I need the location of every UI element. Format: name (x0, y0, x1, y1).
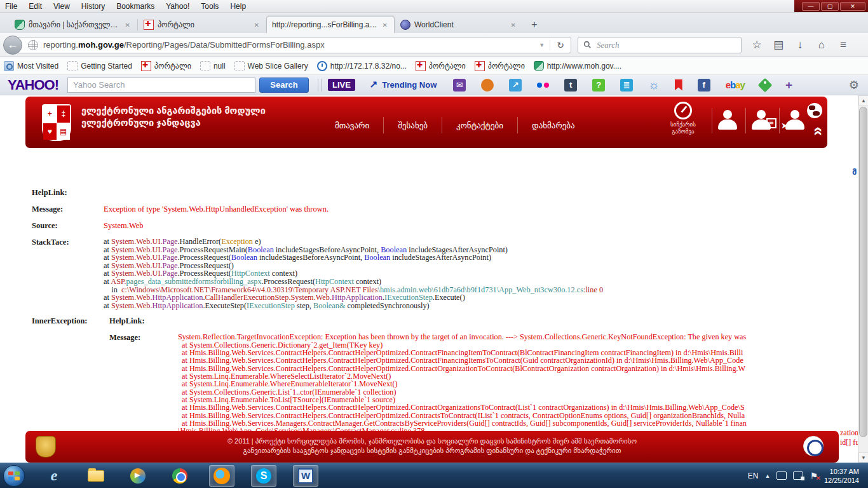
weather-icon[interactable]: ☼ (648, 78, 659, 92)
clipped-link-fragment[interactable]: მ (852, 167, 857, 177)
menu-help[interactable]: Help (230, 2, 246, 11)
flickr-icon[interactable] (537, 83, 549, 88)
bookmark-label: http://www.moh.gov.... (547, 62, 621, 71)
bookmark-label: პორტალი (488, 62, 525, 71)
menu-view[interactable]: View (53, 2, 70, 11)
back-button[interactable]: ← (3, 36, 22, 55)
register-icon[interactable] (746, 108, 779, 133)
site-nav-item-4[interactable]: დახმარება (518, 121, 589, 130)
home-icon[interactable]: ⌂ (811, 39, 832, 51)
bookmark-item[interactable]: პორტალი (141, 61, 191, 71)
page-scrollbar[interactable]: ▲ ▼ (858, 95, 868, 463)
yahoo-search-input[interactable]: Yahoo Search (67, 78, 255, 93)
facebook-icon[interactable]: f (698, 79, 710, 92)
tab-3[interactable]: http://reporting...sForBilling.aspx✕ (266, 16, 395, 33)
action-center-flag-icon[interactable]: ⚑✕ (810, 471, 818, 481)
add-icon[interactable]: + (785, 78, 792, 92)
tab-strip: მთავარი | საქართველოს ...✕პორტალი✕http:/… (0, 13, 868, 33)
tumblr-icon[interactable]: t (564, 79, 577, 92)
menu-tools[interactable]: Tools (201, 2, 219, 11)
flag-georgia-icon (144, 20, 154, 30)
tab-4[interactable]: WorldClient✕ (395, 16, 523, 33)
yahoo-logo[interactable]: YAHOO! (8, 77, 58, 93)
profile-icon[interactable] (712, 108, 745, 133)
bookmark-item[interactable]: Getting Started (67, 61, 132, 71)
trending-now-button[interactable]: ↗ Trending Now (369, 79, 437, 91)
scrollbar-thumb[interactable] (859, 107, 867, 437)
inner-exception-message: System.Reflection.TargetInvocationExcept… (178, 333, 747, 435)
taskbar-chrome[interactable] (167, 465, 193, 487)
site-nav-item-3[interactable]: კონტაქტები (442, 121, 517, 130)
answers-icon[interactable]: ? (592, 79, 605, 92)
downloads-icon[interactable]: ↓ (790, 39, 810, 51)
site-nav-item-2[interactable]: შესახებ (384, 121, 442, 130)
menu-yahoo[interactable]: Yahoo! (166, 2, 189, 11)
url-dropdown-icon[interactable]: ▼ (534, 42, 550, 48)
network-icon[interactable] (793, 471, 803, 480)
moh-logo[interactable]: +‡♥▤ (42, 104, 71, 141)
bookmark-star-icon[interactable]: ☆ (747, 38, 767, 51)
clock[interactable]: 10:37 AM 12/25/2014 (824, 467, 862, 485)
bookmark-item[interactable]: პორტალი (416, 61, 466, 71)
bookmark-item[interactable]: null (200, 61, 226, 71)
taskbar-firefox[interactable] (209, 465, 234, 487)
taskbar-media-player[interactable] (125, 465, 151, 487)
yahoo-live-badge[interactable]: LIVE (328, 79, 355, 91)
tag-icon[interactable] (758, 78, 773, 92)
tab-1[interactable]: მთავარი | საქართველოს ...✕ (9, 16, 137, 33)
taskbar-word[interactable]: W (293, 465, 318, 487)
tab-close-icon[interactable]: ✕ (253, 22, 261, 29)
site-nav: მთავარიშესახებკონტაქტებიდახმარება (321, 117, 589, 133)
tab-2[interactable]: პორტალი✕ (138, 16, 266, 33)
tray-expand-icon[interactable]: ▲ (764, 473, 770, 479)
taskbar-skype[interactable]: S (251, 465, 276, 487)
display-icon[interactable] (776, 471, 787, 480)
sports-icon[interactable] (481, 79, 494, 92)
minimize-button[interactable]: — (802, 2, 820, 11)
mail-icon[interactable]: ✉ (453, 79, 466, 92)
source-label: Source: (32, 221, 104, 231)
scroll-up-icon[interactable]: ▲ (858, 95, 868, 105)
tab-close-icon[interactable]: ✕ (510, 22, 517, 29)
bookmark-item[interactable]: პორტალი (475, 61, 525, 71)
bookmarks-menu-icon[interactable]: ▤ (768, 38, 789, 51)
yahoo-search-button[interactable]: Search (259, 78, 309, 93)
site-nav-item-1[interactable]: მთავარი (321, 121, 383, 130)
language-globe-icon[interactable] (807, 103, 822, 118)
tab-close-icon[interactable]: ✕ (124, 22, 132, 29)
taskbar-internet-explorer[interactable]: e (41, 465, 67, 487)
collapse-chevrons-icon[interactable]: « (808, 126, 828, 134)
search-input[interactable]: Search (578, 37, 742, 53)
reload-icon[interactable]: ↻ (550, 40, 571, 50)
logo-quadrant: ‡ (57, 105, 71, 123)
speed-test-button[interactable]: სიჩქარის გაზომვა (661, 102, 705, 135)
bookmark-item[interactable]: http://172.17.8.32/no... (317, 61, 407, 71)
menu-edit[interactable]: Edit (29, 2, 42, 11)
tab-close-icon[interactable]: ✕ (381, 22, 389, 29)
hamburger-menu-icon[interactable]: ≡ (833, 39, 853, 51)
menu-file[interactable]: File (5, 2, 17, 11)
start-button[interactable] (3, 465, 25, 487)
news-icon[interactable]: ≣ (620, 79, 633, 92)
site-identity-icon[interactable] (28, 40, 38, 50)
new-tab-button[interactable]: + (526, 18, 543, 33)
menu-bookmarks[interactable]: Bookmarks (116, 2, 154, 11)
url-bar[interactable]: reporting.moh.gov.ge/Reporting/Pages/Dat… (17, 37, 571, 53)
title-bar: FileEditViewHistoryBookmarksYahoo!ToolsH… (0, 0, 868, 13)
language-indicator[interactable]: EN (748, 471, 759, 480)
finance-icon[interactable]: ↗ (509, 79, 522, 92)
bookmark-item[interactable]: Web Slice Gallery (234, 61, 308, 71)
menu-history[interactable]: History (81, 2, 105, 11)
ebay-icon[interactable]: ebay (726, 79, 745, 90)
bookmark-item[interactable]: http://www.moh.gov.... (534, 61, 621, 71)
globe-icon (400, 20, 410, 30)
taskbar-explorer-folder[interactable] (83, 465, 109, 487)
bookmark-ribbon-icon[interactable] (675, 79, 682, 91)
bookmark-item[interactable]: Most Visited (4, 61, 58, 71)
close-button[interactable]: ✕ (840, 2, 865, 11)
gear-icon[interactable]: ⚙ (849, 78, 859, 92)
chrome-icon (172, 468, 187, 484)
search-placeholder: Search (597, 40, 620, 50)
maximize-button[interactable]: ▢ (821, 2, 839, 11)
scroll-down-icon[interactable]: ▼ (858, 452, 868, 463)
